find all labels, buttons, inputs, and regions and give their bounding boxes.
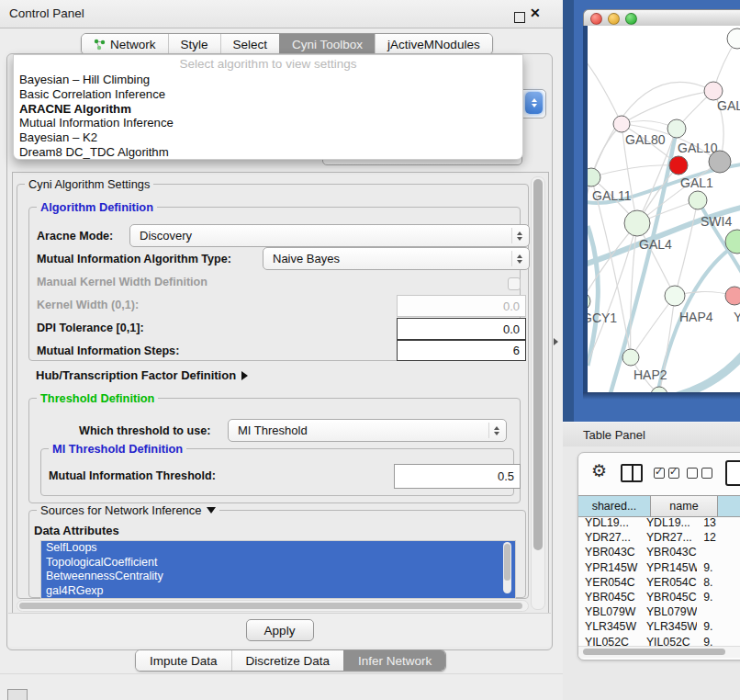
- algorithm-option-dream8-dc-tdc-algorithm[interactable]: Dream8 DC_TDC Algorithm: [14, 145, 522, 160]
- table-cell: YIL052C: [640, 635, 697, 647]
- clipped-toolbar-icon[interactable]: [725, 460, 740, 486]
- expand-right-icon[interactable]: [241, 371, 248, 380]
- stepper-icon: [511, 228, 526, 243]
- group-title: Algorithm Definition: [37, 200, 157, 214]
- table-row[interactable]: YLR345WYLR345W9.: [578, 619, 740, 634]
- tab-impute-data[interactable]: Impute Data: [136, 650, 231, 671]
- dpi-tolerance-field[interactable]: 0.0: [397, 318, 526, 340]
- network-node-y[interactable]: [725, 287, 740, 305]
- algorithm-option-bayesian-hill-climbing[interactable]: Bayesian – Hill Climbing: [14, 73, 522, 87]
- split-columns-icon[interactable]: [621, 464, 643, 482]
- tab-network[interactable]: Network: [82, 34, 168, 54]
- attribute-item-topologicalcoefficient[interactable]: TopologicalCoefficient: [41, 556, 515, 570]
- mi-steps-field[interactable]: 6: [397, 340, 526, 361]
- close-icon[interactable]: ✕: [530, 6, 541, 20]
- network-node[interactable]: [709, 151, 731, 173]
- close-traffic-icon[interactable]: [590, 13, 602, 25]
- vertical-scrollbar[interactable]: [531, 176, 545, 610]
- which-threshold-select[interactable]: MI Threshold: [228, 419, 507, 442]
- table-row[interactable]: YBL079WYBL079W: [578, 604, 740, 619]
- threshold-definition-group: Threshold Definition Which threshold to …: [28, 398, 521, 503]
- mi-algorithm-type-select[interactable]: Naive Bayes: [263, 247, 530, 270]
- combobox-stepper-icon[interactable]: [525, 92, 543, 114]
- tab-infer-network[interactable]: Infer Network: [343, 650, 445, 671]
- algorithm-option-basic-correlation-inference[interactable]: Basic Correlation Inference: [14, 87, 522, 102]
- network-node-swi4[interactable]: [689, 191, 707, 209]
- table-cell: YBL079W: [578, 604, 640, 619]
- table-cell: 9.: [697, 560, 740, 575]
- network-node[interactable]: [727, 28, 740, 49]
- zoom-traffic-icon[interactable]: [625, 13, 637, 25]
- tab-label: Style: [181, 38, 208, 51]
- list-scrollbar-thumb[interactable]: [504, 544, 510, 581]
- deselect-all-checkboxes-icon[interactable]: [687, 468, 712, 479]
- sources-title[interactable]: Sources for Network Inference: [37, 503, 219, 517]
- splitter-handle-icon[interactable]: [554, 338, 558, 345]
- algorithm-option-mutual-information-inference[interactable]: Mutual Information Inference: [14, 116, 522, 130]
- kernel-width-field[interactable]: 0.0: [397, 295, 526, 317]
- attribute-item-selfloops[interactable]: SelfLoops: [41, 541, 515, 556]
- table-row[interactable]: YBR045CYBR045C9.: [578, 590, 740, 604]
- horizontal-scrollbar-thumb[interactable]: [19, 603, 522, 609]
- network-node-gal7[interactable]: [704, 82, 723, 100]
- network-canvas[interactable]: GAL7GAL80GAL10GAL1GAL11SWI4GAL4GCY1HAP4Y…: [583, 26, 740, 392]
- network-node-gal80[interactable]: [613, 116, 630, 132]
- tab-select[interactable]: Select: [220, 34, 280, 54]
- list-scrollbar[interactable]: [503, 542, 511, 593]
- attribute-item-betweennesscentrality[interactable]: BetweennessCentrality: [41, 570, 515, 584]
- table-scrollbar-thumb[interactable]: [583, 649, 725, 655]
- data-attributes-label: Data Attributes: [34, 524, 119, 537]
- table-row[interactable]: YDL19...YDL19...13: [578, 515, 740, 530]
- network-node-gal4[interactable]: [624, 210, 650, 236]
- column-header-shared[interactable]: shared...: [578, 496, 651, 516]
- hub-factor-section[interactable]: Hub/Transcription Factor Definition: [36, 368, 248, 382]
- network-node-hap4[interactable]: [665, 286, 685, 306]
- kernel-width-label: Kernel Width (0,1):: [37, 299, 139, 311]
- data-attributes-list[interactable]: SelfLoopsTopologicalCoefficientBetweenne…: [40, 540, 516, 599]
- network-window-titlebar[interactable]: [583, 9, 740, 28]
- apply-button[interactable]: Apply: [246, 619, 314, 641]
- algorithm-option-aracne-algorithm[interactable]: ARACNE Algorithm: [14, 102, 522, 117]
- table-row[interactable]: YBR043CYBR043C: [578, 545, 740, 559]
- collapse-down-icon[interactable]: [207, 507, 216, 514]
- column-header-a[interactable]: A: [718, 496, 740, 516]
- column-header-name[interactable]: name: [651, 496, 718, 516]
- float-window-icon[interactable]: [514, 12, 525, 23]
- kernel-width-value: 0.0: [503, 299, 520, 313]
- hub-factor-label: Hub/Transcription Factor Definition: [36, 368, 236, 382]
- tab-style[interactable]: Style: [168, 34, 220, 54]
- vertical-scrollbar-thumb[interactable]: [533, 179, 543, 550]
- network-node-gal1[interactable]: [669, 156, 688, 175]
- dropdown-prompt: Select algorithm to view settings: [14, 55, 522, 73]
- table-row[interactable]: YIL052CYIL052C9.: [578, 635, 740, 647]
- network-node-gcy1[interactable]: [588, 292, 590, 310]
- gear-icon[interactable]: ⚙: [591, 460, 607, 481]
- minimize-traffic-icon[interactable]: [608, 13, 620, 25]
- settings-scroll-area: Cyni Algorithm Settings Algorithm Defini…: [12, 172, 549, 614]
- dropdown-list: Bayesian – Hill ClimbingBasic Correlatio…: [14, 73, 522, 160]
- algorithm-option-bayesian-k2[interactable]: Bayesian – K2: [14, 130, 522, 145]
- aracne-mode-select[interactable]: Discovery: [129, 224, 530, 247]
- network-node-hap2[interactable]: [622, 349, 639, 366]
- table-row[interactable]: YER054CYER054C8.: [578, 575, 740, 590]
- network-node-gal10[interactable]: [667, 119, 686, 138]
- table-row[interactable]: YPR145WYPR145W9.: [578, 560, 740, 575]
- tab-cyni-toolbox[interactable]: Cyni Toolbox: [279, 34, 375, 54]
- which-threshold-label: Which threshold to use:: [79, 424, 210, 437]
- table-row[interactable]: YDR27...YDR27...12: [578, 530, 740, 545]
- node-label-gal11: GAL11: [592, 188, 632, 203]
- attribute-item-gal4rgexp[interactable]: gal4RGexp: [41, 584, 515, 599]
- mi-threshold-field[interactable]: 0.5: [394, 464, 521, 489]
- tab-discretize-data[interactable]: Discretize Data: [231, 650, 344, 671]
- tab-label: Discretize Data: [246, 654, 331, 668]
- tab-jactivemnodules[interactable]: jActiveMNodules: [375, 34, 492, 54]
- group-title: MI Threshold Definition: [49, 442, 186, 456]
- node-label-gal1: GAL1: [680, 175, 713, 190]
- floating-button[interactable]: [7, 689, 28, 700]
- manual-kernel-width-checkbox[interactable]: [508, 277, 521, 290]
- table-horizontal-scrollbar[interactable]: [578, 646, 740, 658]
- horizontal-scrollbar[interactable]: [17, 600, 529, 612]
- window-shadow: [583, 392, 740, 400]
- select-all-checkboxes-icon[interactable]: [654, 468, 679, 479]
- table-cell: YBR043C: [640, 545, 697, 559]
